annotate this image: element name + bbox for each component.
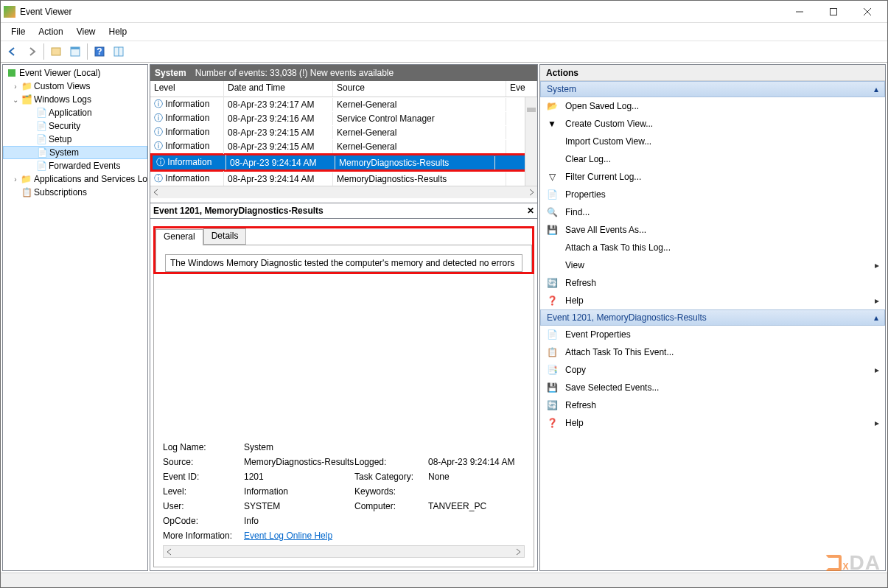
help-toolbar-button[interactable]: ? bbox=[91, 43, 108, 60]
tab-general[interactable]: General bbox=[155, 229, 203, 245]
subscriptions-icon: 📋 bbox=[21, 187, 32, 197]
cell-level: Information bbox=[165, 99, 209, 109]
center-header: System Number of events: 33,038 (!) New … bbox=[150, 65, 537, 81]
tree-root[interactable]: Event Viewer (Local) bbox=[3, 66, 147, 80]
event-row-selected[interactable]: ⓘ Information08-Apr-23 9:24:14 AMMemoryD… bbox=[153, 155, 526, 169]
refresh-icon: 🔄 bbox=[546, 399, 558, 411]
panes-toolbar-button[interactable] bbox=[110, 43, 127, 60]
col-date[interactable]: Date and Time bbox=[224, 81, 333, 97]
help-icon: ❓ bbox=[546, 417, 558, 429]
navigation-tree[interactable]: Event Viewer (Local) › 📁 Custom Views ⌄ … bbox=[2, 64, 148, 571]
horizontal-scrollbar[interactable] bbox=[150, 186, 537, 198]
collapse-icon[interactable]: ▴ bbox=[874, 312, 878, 323]
action-refresh[interactable]: 🔄Refresh bbox=[540, 274, 885, 292]
folder-open-icon: 📂 bbox=[546, 100, 558, 112]
logged-value: 08-Apr-23 9:24:14 AM bbox=[428, 457, 525, 467]
action-copy-submenu[interactable]: 📑Copy▸ bbox=[540, 361, 885, 379]
minimize-button[interactable] bbox=[783, 1, 817, 22]
action-save-selected[interactable]: 💾Save Selected Events... bbox=[540, 379, 885, 396]
action-view-submenu[interactable]: View▸ bbox=[540, 256, 885, 274]
actions-section-system[interactable]: System▴ bbox=[540, 81, 885, 97]
detail-horizontal-scrollbar[interactable] bbox=[163, 545, 525, 558]
action-refresh-2[interactable]: 🔄Refresh bbox=[540, 396, 885, 414]
tree-security[interactable]: 📄 Security bbox=[3, 119, 147, 133]
maximize-button[interactable] bbox=[817, 1, 850, 22]
task-icon: 📋 bbox=[546, 346, 558, 358]
tab-panel-bottom: Log Name: System Source: MemoryDiagnosti… bbox=[153, 274, 534, 567]
log-icon: 📄 bbox=[35, 161, 47, 171]
toolbar-separator-2 bbox=[87, 43, 88, 60]
col-event-id[interactable]: Eve bbox=[506, 81, 537, 97]
chevron-down-icon[interactable]: ⌄ bbox=[10, 96, 21, 104]
action-label: Filter Current Log... bbox=[565, 172, 641, 182]
action-help-submenu-2[interactable]: ❓Help▸ bbox=[540, 414, 885, 432]
tab-details[interactable]: Details bbox=[203, 228, 247, 245]
cell-level: Information bbox=[165, 113, 209, 123]
grid-header[interactable]: Level Date and Time Source Eve bbox=[150, 81, 537, 97]
action-attach-task-event[interactable]: 📋Attach Task To This Event... bbox=[540, 343, 885, 361]
actions-title: Actions bbox=[540, 65, 885, 81]
app-window: Event Viewer File Action View Help ? Eve… bbox=[0, 0, 888, 588]
menu-action[interactable]: Action bbox=[32, 24, 69, 39]
folder-icon: 📁 bbox=[21, 174, 32, 184]
tree-custom-views[interactable]: › 📁 Custom Views bbox=[3, 80, 147, 93]
tree-setup[interactable]: 📄 Setup bbox=[3, 133, 147, 146]
action-filter-current-log[interactable]: ▽Filter Current Log... bbox=[540, 168, 885, 186]
action-import-custom-view[interactable]: Import Custom View... bbox=[540, 133, 885, 150]
scroll-left-icon[interactable] bbox=[165, 547, 174, 556]
forward-button[interactable] bbox=[23, 43, 41, 60]
menu-view[interactable]: View bbox=[71, 24, 102, 39]
show-hide-tree-button[interactable] bbox=[47, 43, 65, 60]
col-level[interactable]: Level bbox=[150, 81, 224, 97]
action-event-properties[interactable]: 📄Event Properties bbox=[540, 326, 885, 343]
tree-windows-logs[interactable]: ⌄ 🗂️ Windows Logs bbox=[3, 93, 147, 106]
collapse-icon[interactable]: ▴ bbox=[874, 84, 878, 94]
scroll-right-icon[interactable] bbox=[527, 188, 536, 197]
properties-toolbar-button[interactable] bbox=[66, 43, 84, 60]
scroll-left-icon[interactable] bbox=[152, 188, 161, 197]
logged-label: Logged: bbox=[354, 457, 428, 467]
cell-source: Kernel-General bbox=[333, 140, 506, 153]
action-properties[interactable]: 📄Properties bbox=[540, 186, 885, 203]
event-row[interactable]: ⓘ Information08-Apr-23 9:24:14 AMMemoryD… bbox=[150, 172, 537, 186]
close-button[interactable] bbox=[850, 1, 884, 22]
submenu-arrow-icon: ▸ bbox=[875, 295, 879, 306]
scroll-thumb[interactable] bbox=[527, 108, 536, 112]
event-log-help-link[interactable]: Event Log Online Help bbox=[244, 531, 525, 541]
tree-subscriptions[interactable]: 📋 Subscriptions bbox=[3, 186, 147, 199]
submenu-arrow-icon: ▸ bbox=[875, 260, 879, 270]
event-row[interactable]: ⓘ Information08-Apr-23 9:24:17 AMKernel-… bbox=[150, 97, 537, 111]
close-detail-button[interactable]: ✕ bbox=[527, 206, 534, 216]
actions-section-event[interactable]: Event 1201, MemoryDiagnostics-Results▴ bbox=[540, 309, 885, 326]
back-button[interactable] bbox=[4, 43, 21, 60]
action-help-submenu[interactable]: ❓Help▸ bbox=[540, 292, 885, 309]
tree-apps-services[interactable]: › 📁 Applications and Services Lo bbox=[3, 172, 147, 186]
tree-forwarded[interactable]: 📄 Forwarded Events bbox=[3, 159, 147, 172]
action-save-all-events[interactable]: 💾Save All Events As... bbox=[540, 221, 885, 239]
tree-application[interactable]: 📄 Application bbox=[3, 106, 147, 119]
action-create-custom-view[interactable]: ▼Create Custom View... bbox=[540, 115, 885, 133]
vertical-scrollbar[interactable] bbox=[525, 97, 537, 186]
tree-label: Forwarded Events bbox=[49, 161, 120, 171]
cell-date: 08-Apr-23 9:24:14 AM bbox=[226, 156, 335, 169]
action-label: Copy bbox=[565, 365, 586, 375]
event-row[interactable]: ⓘ Information08-Apr-23 9:24:16 AMService… bbox=[150, 111, 537, 125]
log-name-label: Log Name: bbox=[163, 442, 244, 452]
chevron-right-icon[interactable]: › bbox=[10, 175, 21, 183]
action-open-saved-log[interactable]: 📂Open Saved Log... bbox=[540, 97, 885, 115]
event-row[interactable]: ⓘ Information08-Apr-23 9:24:15 AMKernel-… bbox=[150, 139, 537, 153]
scroll-right-icon[interactable] bbox=[514, 547, 522, 556]
event-row[interactable]: ⓘ Information08-Apr-23 9:24:15 AMKernel-… bbox=[150, 125, 537, 139]
menu-file[interactable]: File bbox=[5, 24, 31, 39]
action-find[interactable]: 🔍Find... bbox=[540, 203, 885, 221]
event-detail-panel: Event 1201, MemoryDiagnostics-Results ✕ … bbox=[150, 198, 537, 570]
grid-body[interactable]: ⓘ Information08-Apr-23 9:24:17 AMKernel-… bbox=[150, 97, 537, 186]
action-clear-log[interactable]: Clear Log... bbox=[540, 150, 885, 168]
tree-system[interactable]: 📄 System bbox=[3, 146, 147, 159]
window-title: Event Viewer bbox=[20, 7, 783, 17]
menu-help[interactable]: Help bbox=[103, 24, 133, 39]
chevron-right-icon[interactable]: › bbox=[10, 83, 21, 91]
action-attach-task-log[interactable]: Attach a Task To this Log... bbox=[540, 239, 885, 256]
cell-date: 08-Apr-23 9:24:14 AM bbox=[224, 172, 333, 186]
col-source[interactable]: Source bbox=[333, 81, 506, 97]
